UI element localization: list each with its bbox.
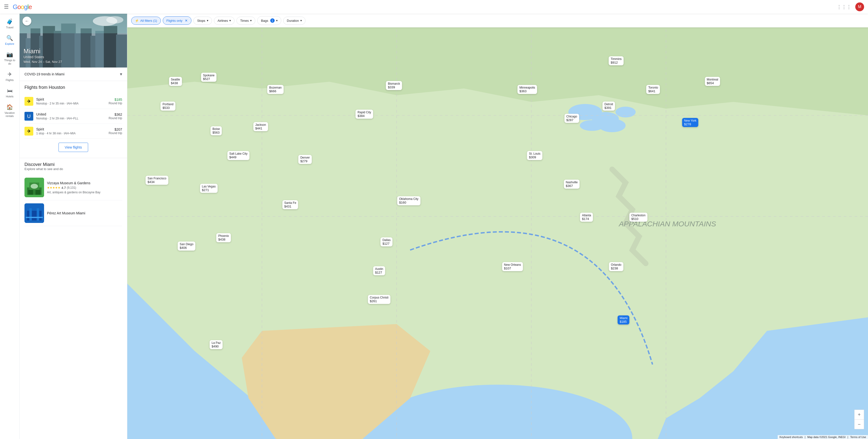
filter-bar: ⚡ All filters (1) Flights only ✕ Stops ▾…: [127, 14, 868, 27]
sidebar-item-vacation-rentals[interactable]: 🏠 Vacation rentals: [1, 101, 19, 120]
chevron-down-icon: ▾: [250, 19, 252, 22]
city-price-label[interactable]: Santa Fe$431: [282, 200, 298, 209]
city-price-label[interactable]: Dallas$127: [380, 238, 393, 246]
city-price: $391: [604, 106, 613, 109]
city-price-label[interactable]: New York$278: [682, 118, 699, 127]
city-price-label[interactable]: Jackson$441: [253, 122, 268, 131]
city-price: $107: [504, 266, 521, 270]
flight-card[interactable]: U United Nonstop · 2 hr 29 min · IAH–FLL…: [25, 109, 122, 124]
sidebar-item-things-to-do[interactable]: 📷 Things to do: [1, 49, 19, 67]
place-rating: ★★★★★ 4.7 (9,131): [47, 186, 122, 190]
covid-section[interactable]: COVID-19 trends in Miami ▾: [20, 67, 127, 81]
city-price-label[interactable]: Miami$185: [618, 315, 629, 324]
chevron-down-icon: ▾: [229, 19, 231, 22]
city-name: La Paz: [212, 341, 221, 345]
keyboard-shortcuts[interactable]: Keyboard shortcuts: [780, 436, 803, 439]
city-price-label[interactable]: Atlanta$174: [580, 213, 593, 222]
city-labels: Seattle$438Spokane$527Portland$533Boise$…: [127, 27, 868, 439]
grid-icon[interactable]: ⋮⋮⋮: [837, 4, 851, 10]
city-price: $287: [566, 118, 577, 122]
airlines-button[interactable]: Airlines ▾: [214, 17, 235, 25]
sidebar-item-travel[interactable]: 🧳 Travel: [1, 16, 19, 32]
terms-of-use-link[interactable]: Terms of Use: [850, 436, 866, 439]
zoom-in-button[interactable]: +: [854, 410, 864, 419]
city-price: $912: [611, 61, 622, 64]
chevron-down-icon: ▾: [276, 19, 278, 22]
city-price: $533: [162, 106, 174, 109]
city-name: Dallas: [382, 238, 391, 242]
city-price-label[interactable]: Boise$563: [211, 126, 222, 135]
city-price-label[interactable]: Chicago$287: [564, 114, 579, 123]
city-price-label[interactable]: Timmins$912: [609, 56, 624, 65]
city-price: $278: [684, 122, 696, 126]
city-price-label[interactable]: Nashville$367: [564, 180, 580, 189]
city-price-label[interactable]: San Francisco$434: [146, 176, 168, 185]
perez-image: [25, 203, 44, 223]
city-price-label[interactable]: Phoenix$438: [216, 233, 231, 242]
flight-card[interactable]: ✈ Spirit 1 stop · 4 hr 38 min · IAH–MIA …: [25, 124, 122, 139]
stops-button[interactable]: Stops ▾: [193, 17, 212, 25]
city-price-label[interactable]: Bozeman$666: [267, 85, 284, 94]
city-price-label[interactable]: Las Vegas$271: [200, 184, 218, 193]
times-button[interactable]: Times ▾: [237, 17, 255, 25]
city-name: Spokane: [203, 74, 214, 77]
city-price-label[interactable]: La Paz$490: [210, 340, 222, 349]
rating-number: 4.7: [61, 186, 66, 190]
place-info: Pérez Art Museum Miami: [47, 211, 122, 215]
chevron-down-icon: ▾: [207, 19, 208, 22]
city-price-label[interactable]: Seattle$438: [169, 77, 182, 86]
city-price-label[interactable]: Corpus Christi$261: [368, 295, 391, 304]
city-price-label[interactable]: St. Louis$309: [527, 151, 542, 160]
menu-icon[interactable]: ☰: [4, 4, 9, 10]
city-price-label[interactable]: Toronto$641: [646, 85, 660, 94]
zoom-out-button[interactable]: −: [854, 419, 864, 429]
city-price-label[interactable]: Rapid City$384: [356, 109, 373, 119]
city-price-label[interactable]: Detroit$391: [602, 101, 615, 111]
svg-point-16: [106, 16, 123, 24]
view-flights-button[interactable]: View flights: [59, 143, 88, 152]
flights-only-button[interactable]: Flights only ✕: [163, 17, 192, 25]
discover-card[interactable]: Vizcaya Museum & Gardens ★★★★★ 4.7 (9,13…: [25, 175, 122, 200]
city-price-label[interactable]: Spokane$527: [201, 73, 216, 82]
flight-price: $207: [109, 127, 122, 131]
city-price-label[interactable]: Salt Lake City$449: [227, 151, 249, 160]
duration-button[interactable]: Duration ▾: [283, 17, 306, 25]
city-price-label[interactable]: Montreal$654: [705, 77, 720, 86]
city-price: $127: [382, 242, 391, 245]
map-attribution: Keyboard shortcuts | Map data ©2021 Goog…: [778, 435, 868, 439]
all-filters-button[interactable]: ⚡ All filters (1): [131, 17, 161, 25]
city-price: $449: [229, 155, 247, 159]
discover-card[interactable]: Pérez Art Museum Miami: [25, 200, 122, 226]
city-price: $527: [203, 77, 214, 81]
city-price-label[interactable]: New Orleans$107: [502, 262, 523, 271]
city-price-label[interactable]: Denver$279: [299, 155, 312, 164]
sidebar-item-hotels[interactable]: 🛏 Hotels: [1, 85, 19, 101]
sidebar-item-explore[interactable]: 🔍 Explore: [1, 33, 19, 48]
flight-card[interactable]: ✈ Spirit Nonstop · 2 hr 35 min · IAH–MIA…: [25, 94, 122, 109]
back-button[interactable]: ←: [23, 17, 31, 26]
airline-name: United: [36, 112, 109, 116]
city-price-label[interactable]: Bismarck$339: [386, 81, 402, 90]
city-price: $384: [358, 114, 371, 118]
city-price-label[interactable]: Charleston$510: [629, 213, 647, 222]
city-name: Rapid City: [358, 111, 371, 114]
flight-price: $362: [109, 113, 122, 117]
sidebar-item-flights[interactable]: ✈ Flights: [1, 69, 19, 84]
city-price-label[interactable]: Austin$127: [373, 266, 385, 275]
city-price-label[interactable]: Minneapolis$363: [518, 85, 537, 94]
city-price-label[interactable]: San Diego$406: [178, 242, 195, 251]
avatar[interactable]: M: [855, 2, 864, 11]
city-name: Las Vegas: [202, 185, 216, 188]
svg-rect-27: [26, 217, 43, 218]
city-name: Boise: [213, 127, 220, 131]
city-price-label[interactable]: Orlando$238: [609, 262, 623, 271]
city-price-label[interactable]: Portland$533: [161, 101, 176, 111]
city-price: $339: [388, 85, 400, 89]
bags-button[interactable]: Bags 1 ▾: [257, 16, 281, 25]
city-name: Santa Fe: [284, 201, 296, 205]
svg-rect-21: [35, 190, 40, 195]
city-price-label[interactable]: Oklahoma City$160: [397, 196, 421, 205]
flight-info: Spirit Nonstop · 2 hr 35 min · IAH–MIA: [36, 97, 109, 105]
airline-name: Spirit: [36, 127, 109, 131]
camera-icon: 📷: [6, 52, 13, 58]
